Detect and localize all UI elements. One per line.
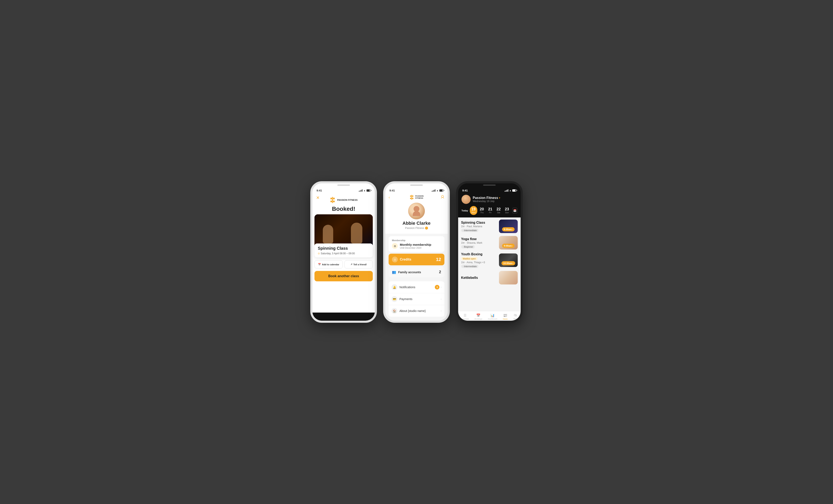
- boxing-class-row[interactable]: Youth Boxing Waitlist open 1hr · Anna, T…: [461, 252, 518, 268]
- family-icon: 👥: [392, 270, 396, 274]
- spinning-class-row[interactable]: Spinning Class 1hr · Paul, Mariana · Int…: [461, 220, 518, 233]
- yoga-class-meta: 1hr · Shauna, Mark: [461, 242, 497, 244]
- user-avatar: [408, 203, 425, 219]
- edit-button[interactable]: [441, 195, 445, 200]
- class-time-1: ⊙ Saturday, 3 April 08:00 – 09:00: [318, 252, 370, 255]
- menu-list: 🔔 Notifications 3 › 💳 Payments: [385, 280, 448, 319]
- about-icon: 🏠: [391, 308, 397, 314]
- user-studio: Passion Fitness ✓: [405, 226, 428, 229]
- bookings-nav-icon: 📅: [476, 313, 480, 317]
- booked-title: Booked!: [332, 206, 355, 212]
- nav-dashboard[interactable]: 📊 Dashboard: [488, 313, 497, 320]
- membership-icon: ⊙: [392, 243, 398, 249]
- cal-day-19[interactable]: 19 Wed: [470, 206, 477, 215]
- payments-label: Payments: [399, 297, 412, 301]
- notifications-label: Notifications: [399, 285, 415, 289]
- membership-type: Monthly membership: [400, 243, 431, 246]
- svg-rect-10: [412, 198, 413, 199]
- class-image: [314, 215, 373, 248]
- back-button[interactable]: ‹: [388, 195, 390, 200]
- family-accounts-card[interactable]: 👥 Family accounts 2: [388, 267, 445, 277]
- logo-text-2: PASSIONFITNESS: [415, 195, 424, 199]
- svg-rect-3: [331, 201, 332, 202]
- membership-card: Membership ⊙ Monthly membership Until De…: [388, 236, 445, 252]
- family-label: Family accounts: [398, 271, 421, 274]
- cal-day-21[interactable]: 21 Fri: [486, 206, 494, 215]
- nav-schedule[interactable]: ☰ Schedule: [461, 313, 469, 320]
- bottom-nav: ☰ Schedule 📅 Bookings 📊 Dashboard 📰 News…: [458, 311, 521, 323]
- spinning-time-badge[interactable]: 8:00am ›: [502, 227, 515, 231]
- studio-dropdown-arrow[interactable]: ▾: [499, 197, 500, 199]
- logout-button[interactable]: Log out: [388, 322, 445, 323]
- schedule-nav-icon: ☰: [463, 313, 467, 317]
- svg-rect-6: [411, 195, 412, 200]
- dashboard-nav-icon: 📊: [491, 313, 495, 317]
- svg-rect-9: [410, 198, 411, 199]
- studio-badge: ✓: [425, 227, 428, 229]
- svg-rect-2: [333, 198, 335, 199]
- calendar-picker-icon[interactable]: 📆: [512, 208, 517, 213]
- boxing-time-badge[interactable]: 10:00am ›: [501, 261, 515, 265]
- user-name: Abbie Clarke: [403, 221, 431, 226]
- yoga-class-thumb: 9:00am ›: [499, 236, 518, 250]
- notifications-badge: 3: [435, 285, 439, 289]
- boxing-class-thumb: 10:00am ›: [499, 253, 518, 267]
- about-menu-item[interactable]: 🏠 About {studio name} ›: [388, 305, 445, 317]
- schedule-nav-label: Schedule: [461, 318, 469, 320]
- bookings-nav-label: Bookings: [475, 318, 482, 320]
- phone-booked: 9:41 ▲ ✕: [310, 181, 377, 323]
- action-buttons: 📅 Add to calendar ↗ Tell a friend!: [314, 260, 373, 269]
- today-label: Today: [461, 209, 468, 212]
- booked-screen: ✕ PASSION FITNESS Booked!: [312, 193, 375, 323]
- nav-bookings[interactable]: 📅 Bookings: [475, 313, 482, 320]
- credits-card[interactable]: ⊙ Credits 12: [388, 254, 445, 265]
- yoga-class-tag: · Beginner: [461, 245, 475, 249]
- spinning-class-thumb: 8:00am ›: [499, 220, 518, 233]
- boxing-class-tag: · Intermediate: [461, 265, 478, 268]
- yoga-time-badge[interactable]: 9:00am ›: [502, 244, 515, 248]
- cal-day-23[interactable]: 23 Sun: [503, 206, 510, 215]
- profile-header: ‹ PASSIONFITNESS: [385, 193, 448, 234]
- kettlebell-class-row[interactable]: Kettlebells: [461, 271, 518, 284]
- logout-section: Log out version 8.1.8: [385, 319, 448, 323]
- phone-schedule: 9:41 ▲ Passion Fitness ▾: [456, 181, 523, 323]
- svg-rect-8: [412, 195, 413, 197]
- yoga-class-row[interactable]: Yoga flow 1hr · Shauna, Mark · Beginner …: [461, 236, 518, 250]
- phone-profile: 9:41 ▲ ‹: [383, 181, 450, 323]
- time-1: 9:41: [316, 189, 322, 192]
- dumbbell-icon-1: [330, 197, 335, 203]
- about-label: About {studio name}: [399, 309, 426, 312]
- add-to-calendar-button[interactable]: 📅 Add to calendar: [314, 260, 343, 269]
- cal-day-20[interactable]: 20 Thu: [478, 206, 486, 215]
- status-bar-2: 9:41 ▲: [385, 185, 448, 193]
- notifications-menu-item[interactable]: 🔔 Notifications 3 ›: [388, 281, 445, 293]
- class-name-1: Spinning Class: [318, 246, 370, 251]
- notifications-chevron: ›: [441, 286, 442, 288]
- nav-store[interactable]: 🛍 Store: [513, 313, 518, 320]
- class-info-card: Spinning Class ⊙ Saturday, 3 April 08:00…: [314, 244, 373, 257]
- yoga-class-name: Yoga flow: [461, 237, 497, 241]
- svg-rect-7: [410, 195, 411, 197]
- clock-icon-1: ⊙: [318, 252, 320, 255]
- kettlebell-class-thumb: [499, 271, 518, 284]
- time-2: 9:41: [389, 189, 395, 192]
- schedule-studio-name: Passion Fitness: [473, 196, 498, 200]
- notifications-icon: 🔔: [391, 284, 397, 290]
- dashboard-nav-label: Dashboard: [488, 318, 497, 320]
- status-bar-1: 9:41 ▲: [312, 185, 375, 193]
- phones-container: 9:41 ▲ ✕: [310, 181, 523, 323]
- book-another-class-button[interactable]: Book another class: [314, 271, 373, 281]
- share-icon: ↗: [351, 263, 352, 266]
- dumbbell-icon-2: [409, 195, 414, 200]
- family-value: 2: [439, 270, 441, 274]
- svg-rect-0: [332, 197, 333, 203]
- status-bar-3: 9:41 ▲: [458, 185, 521, 193]
- cal-day-22[interactable]: 22 Sat: [495, 206, 502, 215]
- credits-value: 12: [436, 257, 441, 262]
- nav-news[interactable]: 📰 News: [503, 313, 508, 320]
- payments-menu-item[interactable]: 💳 Payments ›: [388, 293, 445, 305]
- schedule-header: Passion Fitness ▾ Wednesday 19 July Toda…: [458, 193, 521, 218]
- store-nav-label: Store: [513, 318, 518, 320]
- tell-friend-button[interactable]: ↗ Tell a friend!: [344, 260, 373, 269]
- close-button[interactable]: ✕: [316, 195, 320, 200]
